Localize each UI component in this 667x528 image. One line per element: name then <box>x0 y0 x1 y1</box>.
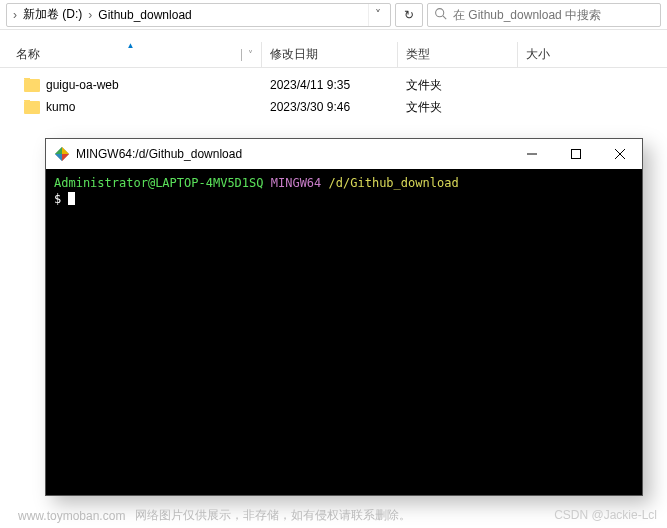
column-label: 名称 <box>16 46 40 63</box>
chevron-right-icon: › <box>11 8 19 22</box>
folder-icon <box>24 79 40 92</box>
table-row[interactable]: guigu-oa-web 2023/4/11 9:35 文件夹 <box>0 74 667 96</box>
breadcrumb[interactable]: › 新加卷 (D:) › Github_download ˅ <box>6 3 391 27</box>
window-controls <box>510 139 642 169</box>
csdn-watermark: CSDN @Jackie-Lcl <box>554 508 657 522</box>
file-name: guigu-oa-web <box>46 78 119 92</box>
search-box[interactable] <box>427 3 661 27</box>
chevron-right-icon: › <box>86 8 94 22</box>
window-title: MINGW64:/d/Github_download <box>76 147 510 161</box>
column-header-type[interactable]: 类型 <box>398 42 518 67</box>
file-name: kumo <box>46 100 75 114</box>
svg-line-1 <box>443 15 446 18</box>
terminal-window: MINGW64:/d/Github_download Administrator… <box>45 138 643 496</box>
breadcrumb-item[interactable]: 新加卷 (D:) <box>19 4 86 26</box>
svg-marker-3 <box>62 147 69 154</box>
address-toolbar: › 新加卷 (D:) › Github_download ˅ ↻ <box>0 0 667 30</box>
refresh-icon: ↻ <box>404 8 414 22</box>
svg-marker-4 <box>62 154 69 161</box>
maximize-button[interactable] <box>554 139 598 169</box>
file-list: guigu-oa-web 2023/4/11 9:35 文件夹 kumo 202… <box>0 68 667 118</box>
minimize-button[interactable] <box>510 139 554 169</box>
titlebar[interactable]: MINGW64:/d/Github_download <box>46 139 642 169</box>
terminal-prompt: $ <box>54 191 634 207</box>
column-header-name[interactable]: 名称 │ ˅ <box>0 42 262 67</box>
mingw-icon <box>54 146 70 162</box>
terminal-body[interactable]: Administrator@LAPTOP-4MV5D1SQ MINGW64 /d… <box>46 169 642 495</box>
table-row[interactable]: kumo 2023/3/30 9:46 文件夹 <box>0 96 667 118</box>
folder-icon <box>24 101 40 114</box>
watermark-site: www.toymoban.com <box>18 509 125 523</box>
svg-rect-8 <box>572 150 581 159</box>
watermark-notice: 网络图片仅供展示，非存储，如有侵权请联系删除。 <box>135 507 411 524</box>
file-type: 文件夹 <box>398 99 518 116</box>
search-input[interactable] <box>453 8 654 22</box>
file-date: 2023/4/11 9:35 <box>262 78 398 92</box>
terminal-line: Administrator@LAPTOP-4MV5D1SQ MINGW64 /d… <box>54 175 634 191</box>
close-button[interactable] <box>598 139 642 169</box>
sort-indicator-icon: │ ˅ <box>239 49 253 60</box>
column-header-date[interactable]: 修改日期 <box>262 42 398 67</box>
column-header-size[interactable]: 大小 <box>518 42 618 67</box>
search-icon <box>434 7 447 23</box>
file-type: 文件夹 <box>398 77 518 94</box>
file-list-header: 名称 │ ˅ 修改日期 类型 大小 <box>0 42 667 68</box>
file-date: 2023/3/30 9:46 <box>262 100 398 114</box>
cursor-icon <box>68 192 75 205</box>
svg-point-0 <box>436 8 444 16</box>
breadcrumb-item[interactable]: Github_download <box>94 4 195 26</box>
chevron-down-icon[interactable]: ˅ <box>368 4 386 26</box>
refresh-button[interactable]: ↻ <box>395 3 423 27</box>
